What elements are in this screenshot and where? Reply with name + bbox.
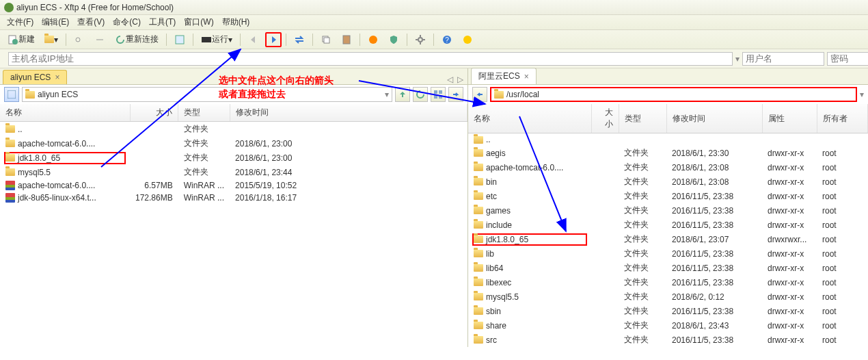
file-row[interactable]: lib64文件夹2016/11/5, 23:38drwxr-xr-xroot: [468, 261, 868, 275]
file-name: jdk-8u65-linux-x64.t...: [18, 193, 96, 203]
local-file-pane[interactable]: 名称 大小 类型 修改时间 ..文件夹apache-tomcat-6.0....…: [0, 104, 467, 347]
file-row[interactable]: ..: [468, 133, 868, 146]
file-row[interactable]: apache-tomcat-6.0....文件夹2018/6/1, 23:08d…: [468, 160, 868, 175]
refresh-button[interactable]: [413, 87, 428, 102]
menu-help[interactable]: 帮助(H): [218, 16, 254, 28]
file-name: lib: [486, 249, 494, 259]
menu-edit[interactable]: 编辑(E): [38, 16, 73, 28]
toolbar: 新建 ▾ 重新连接 运行▾ ?: [0, 30, 868, 49]
view-toggle-button[interactable]: [4, 87, 19, 102]
properties-button[interactable]: [171, 32, 189, 47]
up-dir-button[interactable]: [395, 87, 410, 102]
copy-button[interactable]: [317, 32, 335, 47]
file-name: lib64: [486, 263, 503, 273]
archive-icon: [5, 193, 15, 203]
folder-icon: [474, 322, 483, 329]
remote-path-input[interactable]: /usr/local: [490, 87, 857, 102]
file-row[interactable]: jdk1.8.0_65文件夹2018/6/1, 23:07drwxrwxr...…: [468, 232, 868, 246]
file-row[interactable]: apache-tomcat-6.0....6.57MBWinRAR ...201…: [0, 179, 467, 192]
folder-icon: [474, 136, 483, 144]
file-row[interactable]: jdk-8u65-linux-x64.t...172.86MBWinRAR ..…: [0, 192, 467, 204]
menu-tools[interactable]: 工具(T): [145, 16, 180, 28]
username-input[interactable]: [742, 52, 824, 66]
menu-file[interactable]: 文件(F): [3, 16, 38, 28]
menu-view[interactable]: 查看(V): [73, 16, 109, 28]
file-name: jdk1.8.0_65: [486, 235, 528, 244]
globe-button[interactable]: [364, 32, 382, 47]
file-row[interactable]: mysql5.5文件夹2018/6/1, 23:44: [0, 165, 467, 179]
file-row[interactable]: ..文件夹: [0, 122, 467, 137]
app-icon: [4, 3, 14, 12]
menu-command[interactable]: 命令(C): [109, 16, 145, 28]
file-row[interactable]: etc文件夹2016/11/5, 23:38drwxr-xr-xroot: [468, 189, 868, 203]
col-perm[interactable]: 属性: [762, 104, 817, 133]
file-row[interactable]: jdk1.8.0_65文件夹2018/6/1, 23:00: [0, 151, 467, 165]
transfer-right-button[interactable]: [265, 32, 282, 47]
local-path-input[interactable]: aliyun ECS ▾: [22, 87, 392, 102]
file-name: bin: [486, 177, 497, 187]
tab-next-icon[interactable]: ▷: [457, 75, 463, 84]
file-row[interactable]: include文件夹2016/11/5, 23:38drwxr-xr-xroot: [468, 218, 868, 232]
col-name[interactable]: 名称: [468, 104, 591, 133]
file-row[interactable]: aegis文件夹2018/6/1, 23:30drwxr-xr-xroot: [468, 146, 868, 160]
close-tab-icon[interactable]: ×: [524, 72, 529, 81]
run-button[interactable]: 运行▾: [198, 32, 236, 47]
about-button[interactable]: [459, 32, 476, 47]
col-size[interactable]: 大小: [130, 104, 178, 122]
open-button[interactable]: ▾: [41, 32, 62, 47]
file-row[interactable]: sbin文件夹2016/11/5, 23:38drwxr-xr-xroot: [468, 304, 868, 318]
tab-prev-icon[interactable]: ◁: [447, 75, 453, 84]
svg-rect-13: [8, 90, 16, 99]
host-input[interactable]: [8, 52, 733, 66]
folder-icon: [494, 91, 504, 99]
settings-button[interactable]: [411, 32, 429, 47]
close-tab-icon[interactable]: ×: [55, 73, 59, 82]
file-row[interactable]: apache-tomcat-6.0....文件夹2018/6/1, 23:00: [0, 136, 467, 151]
remote-session-tab[interactable]: 阿里云ECS ×: [471, 68, 537, 84]
unlink-button[interactable]: [91, 32, 109, 47]
path-bar: aliyun ECS ▾ /usr/local ▾: [0, 85, 868, 104]
folder-icon: [474, 207, 483, 214]
col-size[interactable]: 大小: [591, 104, 619, 133]
col-mtime[interactable]: 修改时间: [230, 104, 467, 122]
file-row[interactable]: games文件夹2016/11/5, 23:38drwxr-xr-xroot: [468, 203, 868, 218]
col-mtime[interactable]: 修改时间: [666, 104, 762, 133]
svg-point-11: [463, 36, 472, 44]
col-owner[interactable]: 所有者: [817, 104, 868, 133]
col-name[interactable]: 名称: [0, 104, 130, 122]
file-name: mysql5.5: [486, 292, 519, 302]
folder-icon: [474, 293, 483, 300]
file-row[interactable]: lib文件夹2016/11/5, 23:38drwxr-xr-xroot: [468, 246, 868, 261]
svg-point-8: [418, 38, 422, 42]
col-type[interactable]: 类型: [619, 104, 666, 133]
password-input[interactable]: [827, 52, 868, 66]
sync-button[interactable]: [290, 32, 308, 47]
file-row[interactable]: mysql5.5文件夹2018/6/2, 0:12drwxr-xr-xroot: [468, 290, 868, 304]
file-row[interactable]: share文件夹2018/6/1, 23:43drwxr-xr-xroot: [468, 318, 868, 333]
views-button[interactable]: [431, 87, 446, 102]
file-name: ..: [18, 125, 23, 134]
transfer-to-local-button[interactable]: [472, 87, 487, 102]
menu-window[interactable]: 窗口(W): [180, 16, 217, 28]
folder-open-icon: [44, 36, 54, 43]
shield-button[interactable]: [385, 32, 403, 47]
file-name: games: [486, 206, 511, 216]
local-session-tab[interactable]: aliyun ECS ×: [3, 70, 67, 84]
col-type[interactable]: 类型: [178, 104, 230, 122]
help-button[interactable]: ?: [438, 32, 456, 47]
folder-icon: [25, 91, 35, 99]
file-name: share: [486, 321, 506, 331]
file-row[interactable]: bin文件夹2018/6/1, 23:08drwxr-xr-xroot: [468, 175, 868, 189]
transfer-left-button[interactable]: [245, 32, 262, 47]
paste-button[interactable]: [338, 32, 355, 47]
transfer-to-remote-button[interactable]: [448, 87, 463, 102]
file-name: aegis: [486, 149, 506, 158]
file-row[interactable]: libexec文件夹2016/11/5, 23:38drwxr-xr-xroot: [468, 275, 868, 290]
file-row[interactable]: src文件夹2016/11/5, 23:38drwxr-xr-xroot: [468, 333, 868, 347]
link-button[interactable]: [70, 32, 88, 47]
remote-file-pane[interactable]: 名称 大小 类型 修改时间 属性 所有者 ..aegis文件夹2018/6/1,…: [467, 104, 868, 347]
folder-icon: [474, 307, 483, 315]
reconnect-button[interactable]: 重新连接: [111, 32, 162, 47]
new-button[interactable]: 新建: [4, 32, 38, 47]
file-name: apache-tomcat-6.0....: [486, 163, 563, 172]
